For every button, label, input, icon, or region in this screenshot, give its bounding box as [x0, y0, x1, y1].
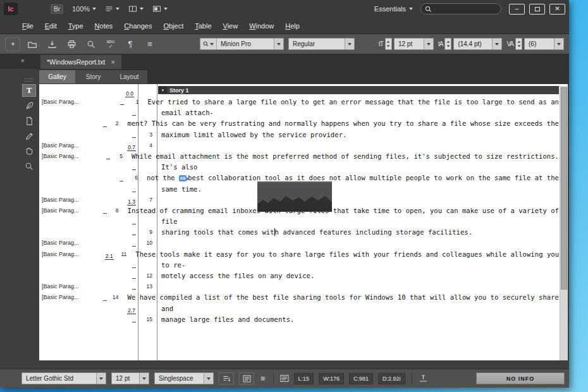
galley-line: to re- — [39, 260, 559, 271]
galley-text-line[interactable]: ment? This can be very frustrating and n… — [123, 118, 559, 129]
galley-text-line[interactable]: These tools make it easy for you to shar… — [131, 249, 559, 260]
galley-text-line[interactable]: We have compiled a list of the best file… — [123, 292, 559, 303]
galley-text-line[interactable] — [157, 281, 559, 292]
panel-collapse-icon[interactable]: » — [21, 57, 25, 64]
menu-help[interactable]: Help — [279, 20, 305, 32]
font-family-select[interactable]: Minion Pro — [200, 38, 284, 50]
new-document-button[interactable] — [5, 37, 20, 51]
spell-check-button[interactable]: abc✓ — [103, 37, 118, 51]
menu-window[interactable]: Window — [243, 20, 279, 32]
paragraph-style-label — [39, 184, 97, 195]
galley-text-line[interactable]: It's also — [157, 162, 559, 173]
galley-text-line[interactable]: to re- — [157, 260, 559, 271]
line-spacing-select[interactable]: Singlespace — [154, 372, 214, 384]
print-button[interactable] — [64, 37, 79, 51]
screen-mode-control[interactable] — [152, 5, 168, 13]
leading-dropdown-button[interactable] — [492, 39, 501, 49]
bridge-button[interactable]: Br — [51, 4, 63, 14]
tab-story[interactable]: Story — [75, 70, 111, 83]
find-button[interactable] — [83, 37, 99, 51]
zoom-tool[interactable] — [22, 160, 36, 173]
pencil-tool[interactable] — [22, 130, 36, 142]
tracking-stepper[interactable] — [515, 38, 522, 50]
galley-text-line[interactable] — [157, 140, 559, 151]
minimize-button[interactable]: – — [509, 4, 525, 15]
maximize-button[interactable] — [529, 4, 545, 15]
status-menu-icon[interactable]: ≡ — [260, 374, 266, 383]
type-tool[interactable]: T — [22, 84, 36, 97]
menu-table[interactable]: Table — [189, 20, 217, 32]
depth-ruler-cell — [82, 151, 112, 162]
menu-type[interactable]: Type — [63, 20, 89, 32]
galley-text-line[interactable]: manage large files and documents. — [157, 314, 559, 325]
galley-text-line[interactable] — [157, 195, 559, 205]
status-size-select[interactable]: 12 pt — [111, 372, 149, 384]
copyfit-info-icon — [280, 374, 289, 383]
galley-text-line[interactable] — [157, 238, 559, 248]
notes-tool[interactable] — [22, 99, 36, 112]
menu-notes[interactable]: Notes — [89, 20, 119, 32]
save-button[interactable] — [44, 37, 59, 51]
menu-view[interactable]: View — [217, 20, 244, 32]
panel-grip[interactable] — [25, 78, 34, 82]
font-size-select[interactable]: 12 pt — [394, 38, 434, 50]
tab-galley[interactable]: Galley — [39, 70, 75, 83]
font-family-dropdown-button[interactable] — [274, 39, 283, 49]
galley-text-line[interactable]: same time. — [157, 184, 559, 195]
depth-ruler-cell — [97, 281, 138, 292]
galley-text-line[interactable]: Ever tried to share a large file only to… — [143, 97, 559, 107]
leading-select[interactable]: (14.4 pt) — [453, 38, 502, 50]
menu-edit[interactable]: Edit — [39, 20, 63, 32]
inline-note-anchor[interactable]: co — [179, 175, 187, 181]
document-tab[interactable]: *WindowsReport.txt ✕ — [40, 55, 121, 69]
paragraph-spacing-button[interactable] — [219, 372, 234, 384]
galley-text-line[interactable]: and — [157, 303, 559, 314]
galley-text-line[interactable]: maximum limit allowed by the service pro… — [157, 130, 559, 140]
open-button[interactable] — [25, 37, 40, 51]
toolbar-menu-button[interactable]: ≡ — [142, 37, 157, 51]
story-collapse-icon[interactable]: ▼ — [159, 87, 167, 94]
galley-text-line[interactable]: file — [157, 216, 559, 227]
font-size-dropdown-button[interactable] — [424, 39, 433, 49]
titlebar-search[interactable] — [420, 3, 501, 15]
line-number: 9 — [138, 227, 157, 238]
hand-tool[interactable] — [22, 145, 36, 157]
galley-text-line[interactable]: not the cobest collaboration tool as it … — [142, 173, 559, 183]
embedded-image-overlay[interactable] — [257, 181, 332, 212]
tab-layout[interactable]: Layout — [111, 70, 147, 83]
arrange-documents-control[interactable] — [128, 5, 144, 13]
menu-changes[interactable]: Changes — [118, 20, 157, 32]
close-button[interactable]: ✕ — [549, 4, 565, 15]
tab-close-icon[interactable]: ✕ — [111, 59, 115, 65]
leading-stepper[interactable] — [444, 38, 451, 50]
story-header[interactable]: ▼ Story 1 — [158, 86, 559, 94]
galley-text-line[interactable]: sharing tools that comes with advanced f… — [157, 227, 559, 238]
status-size-dropdown-button[interactable] — [139, 373, 149, 384]
tracking-select[interactable]: (6) — [524, 38, 564, 50]
vertical-scrollbar[interactable] — [560, 86, 568, 360]
menu-object[interactable]: Object — [157, 20, 189, 32]
status-font-select[interactable]: Letter Gothic Std — [21, 372, 106, 384]
galley-text-line[interactable]: email attach- — [157, 107, 559, 118]
menu-file[interactable]: File — [16, 20, 39, 32]
galley-text-line[interactable]: Instead of cramming email inboxes with l… — [123, 205, 559, 216]
view-options-control[interactable] — [105, 5, 119, 13]
galley-text-line[interactable]: While email attachment is the most prefe… — [127, 151, 559, 162]
status-font-dropdown-button[interactable] — [96, 373, 106, 384]
search-input[interactable] — [434, 6, 497, 13]
paragraph-style-label: [Basic Parag... — [39, 249, 85, 260]
font-style-select[interactable]: Regular — [288, 38, 355, 50]
tracking-dropdown-button[interactable] — [554, 39, 563, 49]
eyedropper-tool[interactable] — [22, 114, 36, 127]
magnifier-icon — [87, 40, 96, 49]
workspace-switcher[interactable]: Essentials — [374, 5, 413, 13]
zoom-level-control[interactable]: 100% — [72, 5, 96, 13]
galley-line: 2.7and — [39, 303, 559, 314]
info-column-button[interactable] — [239, 372, 254, 384]
scrollbar-thumb[interactable] — [561, 87, 567, 290]
galley-text-line[interactable]: motely access the files on any device. — [157, 271, 559, 281]
show-hidden-characters-button[interactable]: ¶ — [123, 37, 138, 51]
font-size-stepper[interactable] — [385, 38, 392, 50]
font-style-dropdown-button[interactable] — [345, 39, 354, 49]
line-spacing-dropdown-button[interactable] — [204, 373, 213, 384]
